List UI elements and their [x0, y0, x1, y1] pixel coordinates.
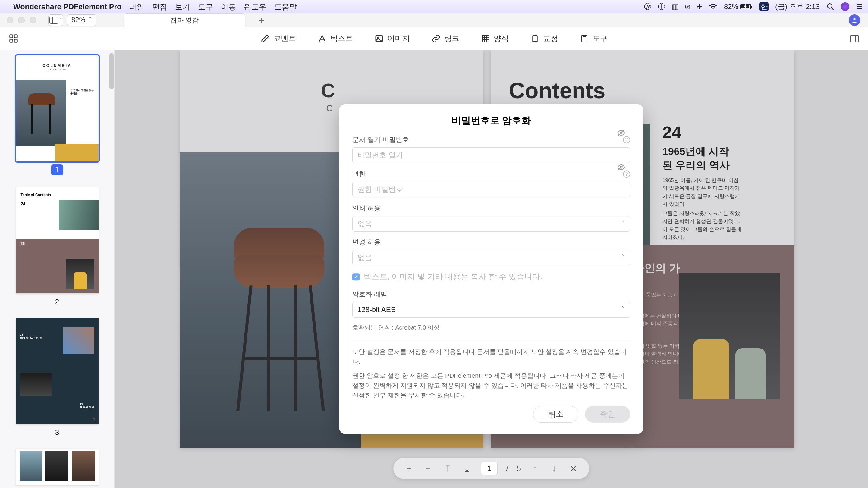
compat-note: 호환되는 형식 : Acrobat 7.0 이상 — [352, 324, 630, 332]
svg-rect-2 — [751, 6, 752, 7]
menu-view[interactable]: 보기 — [175, 2, 190, 12]
tool-tools[interactable]: 도구 — [580, 33, 608, 43]
document-canvas[interactable]: C C h Contents 24 1965년에 시작된 우리의 역사 1965… — [115, 50, 868, 488]
menu-edit[interactable]: 편집 — [152, 2, 167, 12]
permission-password-label: 권한? — [352, 170, 630, 178]
main-toolbar: 코멘트 텍스트 이미지 링크 양식 교정 도구 — [0, 27, 868, 50]
page-sep: / — [506, 464, 508, 473]
security-note-2: 권한 암호로 설정 한 제한은 모든 PDFelement Pro 제품에 적용… — [352, 371, 630, 400]
status-datetime[interactable]: (금) 오후 2:13 — [775, 2, 820, 11]
control-center-icon[interactable]: ☰ — [856, 2, 863, 11]
thumb-page-1[interactable]: COLUMBIACOLLECTIVE 집 안에서 영감을 찾는 즐거움. — [16, 56, 98, 161]
apps-button[interactable] — [9, 34, 18, 43]
zoom-out-icon[interactable]: － — [423, 463, 434, 474]
traffic-lights[interactable] — [7, 17, 36, 24]
tool-proof[interactable]: 교정 — [530, 33, 558, 43]
thumb-1-label: 1 — [51, 164, 63, 175]
svg-line-4 — [831, 7, 834, 10]
thumb-page-3[interactable]: 28여행하면서 만드는 30책갈피 사이 h — [16, 318, 98, 424]
new-tab-button[interactable]: ＋ — [254, 13, 270, 27]
tool-text[interactable]: 텍스트 — [318, 33, 353, 43]
copy-allowed-checkbox[interactable]: ✓텍스트, 이미지 및 기타 내용을 복사 할 수 있습니다. — [352, 271, 630, 282]
menu-help[interactable]: 도움말 — [274, 2, 297, 12]
permission-password-input[interactable] — [352, 182, 630, 197]
chevron-down-icon: ˅ — [621, 305, 625, 314]
status-wifi-icon[interactable] — [709, 3, 717, 10]
app-name[interactable]: Wondershare PDFelement Pro — [13, 2, 121, 11]
status-info-icon[interactable]: ⓘ — [658, 2, 665, 11]
sidebar-toggle-button[interactable]: ˅ — [48, 14, 63, 26]
svg-rect-9 — [14, 35, 18, 38]
open-password-label: 문서 열기 비밀번호? — [352, 135, 630, 144]
thumbnail-panel: COLUMBIACOLLECTIVE 집 안에서 영감을 찾는 즐거움. 1 T… — [0, 50, 115, 488]
svg-rect-5 — [50, 17, 58, 24]
change-allow-select[interactable]: 없음˅ — [352, 250, 630, 265]
open-password-input[interactable] — [352, 147, 630, 163]
menu-tools[interactable]: 도구 — [198, 2, 213, 12]
svg-rect-19 — [582, 35, 587, 42]
menu-file[interactable]: 파일 — [129, 2, 144, 12]
svg-rect-8 — [10, 35, 13, 38]
cancel-button[interactable]: 취소 — [533, 406, 578, 423]
zoom-in-icon[interactable]: ＋ — [404, 463, 414, 474]
security-note-1: 보안 설정은 문서를 저장한 후에 적용됩니다.문서를 닫을때까지 보안 설정을… — [352, 347, 630, 367]
tool-form[interactable]: 양식 — [481, 33, 509, 43]
help-icon[interactable]: ? — [623, 136, 630, 143]
spotlight-icon[interactable] — [827, 3, 834, 10]
account-button[interactable] — [849, 14, 860, 26]
help-icon[interactable]: ? — [623, 170, 630, 178]
page-navigator: ＋ － ⤒ ⤓ / 5 ↑ ↓ ✕ — [393, 458, 589, 479]
status-ime[interactable]: 한 — [760, 2, 769, 11]
eye-off-icon[interactable] — [617, 129, 625, 136]
status-battery[interactable]: 82% — [724, 2, 753, 11]
svg-rect-14 — [482, 35, 489, 42]
dialog-title: 비밀번호로 암호화 — [352, 114, 630, 127]
page-number-input[interactable] — [481, 462, 498, 475]
print-allow-label: 인쇄 허용 — [352, 204, 630, 213]
page-total: 5 — [517, 464, 521, 473]
encryption-level-label: 암호화 레벨 — [352, 290, 630, 299]
svg-point-7 — [853, 18, 855, 20]
status-w-icon[interactable]: Ⓦ — [644, 2, 651, 11]
svg-point-3 — [827, 4, 832, 8]
chevron-down-icon: ˅ — [621, 253, 625, 262]
document-tab[interactable]: 집과 영감 — [124, 13, 245, 27]
thumb-page-4[interactable] — [16, 449, 98, 485]
menu-go[interactable]: 이동 — [221, 2, 236, 12]
last-page-icon[interactable]: ⤓ — [461, 463, 472, 474]
first-page-icon[interactable]: ⤒ — [442, 463, 453, 474]
menu-window[interactable]: 윈도우 — [244, 2, 267, 12]
chevron-down-icon: ˅ — [621, 220, 625, 228]
encryption-level-select[interactable]: 128-bit AES˅ — [352, 302, 630, 318]
encrypt-password-dialog: 비밀번호로 암호화 문서 열기 비밀번호? 권한? 인쇄 허용 없음˅ 변경 허… — [339, 104, 644, 434]
zoom-select[interactable]: 82%˅ — [67, 14, 96, 26]
ok-button[interactable]: 확인 — [585, 406, 630, 423]
svg-rect-11 — [14, 39, 18, 42]
status-book-icon[interactable]: ▥ — [672, 2, 679, 11]
tool-link[interactable]: 링크 — [432, 33, 459, 43]
status-bluetooth-icon[interactable]: ⁜ — [696, 2, 702, 11]
panel-right-button[interactable] — [850, 34, 859, 43]
siri-icon[interactable] — [841, 2, 849, 11]
prev-page-icon[interactable]: ↑ — [530, 463, 540, 474]
tool-image[interactable]: 이미지 — [375, 33, 410, 43]
status-airplay-icon[interactable]: ⎚ — [685, 2, 689, 11]
thumb-3-label: 3 — [16, 428, 98, 437]
close-pager-icon[interactable]: ✕ — [568, 463, 579, 474]
workspace: COLUMBIACOLLECTIVE 집 안에서 영감을 찾는 즐거움. 1 T… — [0, 50, 868, 488]
mac-menubar: Wondershare PDFelement Pro 파일 편집 보기 도구 이… — [0, 0, 868, 13]
thumb-page-2[interactable]: Table of Contents 24 26 — [16, 187, 98, 293]
change-allow-label: 변경 허용 — [352, 238, 630, 247]
thumb-scrollbar[interactable] — [110, 53, 114, 89]
svg-rect-20 — [850, 35, 859, 42]
eye-off-icon[interactable] — [617, 164, 625, 171]
svg-rect-10 — [10, 39, 13, 42]
print-allow-select[interactable]: 없음˅ — [352, 216, 630, 232]
thumb-2-label: 2 — [16, 298, 98, 306]
window-tabstrip: ˅ 82%˅ 집과 영감 ＋ — [0, 13, 868, 27]
tool-comment[interactable]: 코멘트 — [261, 33, 296, 43]
next-page-icon[interactable]: ↓ — [549, 463, 560, 474]
